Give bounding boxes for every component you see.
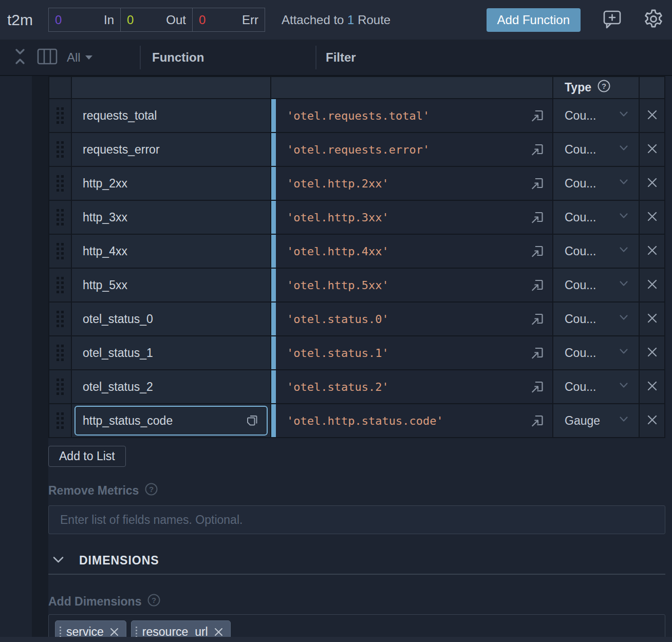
- metric-name-cell[interactable]: otel_status_2: [72, 370, 271, 404]
- metric-type-dropdown[interactable]: Cou...: [553, 133, 640, 167]
- add-to-list-button[interactable]: Add to List: [48, 446, 126, 467]
- metric-name-value[interactable]: http_2xx: [83, 177, 127, 191]
- columns-toggle-button[interactable]: [36, 47, 58, 68]
- metric-value-expression[interactable]: 'otel.http.2xx': [287, 177, 529, 190]
- drag-handle[interactable]: [48, 370, 72, 404]
- add-comment-button[interactable]: [600, 7, 624, 32]
- copy-icon[interactable]: [245, 413, 259, 428]
- add-function-button[interactable]: Add Function: [487, 8, 581, 32]
- metric-type-dropdown[interactable]: Cou...: [553, 235, 640, 269]
- metric-name-value[interactable]: http_5xx: [83, 278, 127, 292]
- metric-name-cell[interactable]: requests_total: [72, 99, 271, 133]
- remove-metric-button[interactable]: [640, 336, 665, 370]
- close-icon: [646, 244, 659, 259]
- remove-tag-button[interactable]: [213, 627, 224, 637]
- metric-value-cell[interactable]: 'otel.requests.error': [271, 133, 553, 167]
- drag-handle[interactable]: [48, 201, 72, 235]
- remove-metric-button[interactable]: [640, 370, 665, 404]
- dimensions-section-header[interactable]: DIMENSIONS: [48, 553, 665, 569]
- expand-editor-icon[interactable]: [529, 243, 546, 259]
- metric-value-cell[interactable]: 'otel.http.2xx': [271, 167, 553, 201]
- expand-editor-icon[interactable]: [529, 311, 546, 327]
- settings-button[interactable]: [642, 8, 665, 32]
- metric-name-value[interactable]: http_4xx: [83, 244, 127, 258]
- metric-value-cell[interactable]: 'otel.status.0': [271, 303, 553, 336]
- metric-name-cell[interactable]: http_3xx: [72, 201, 271, 235]
- metric-name-cell[interactable]: requests_error: [72, 133, 271, 167]
- metric-value-cell[interactable]: 'otel.status.2': [271, 370, 553, 404]
- metric-name-value[interactable]: requests_total: [83, 109, 157, 123]
- metric-value-cell[interactable]: 'otel.http.5xx': [271, 269, 553, 303]
- expand-editor-icon[interactable]: [529, 277, 546, 293]
- metric-value-cell[interactable]: 'otel.status.1': [271, 336, 553, 370]
- metric-type-dropdown[interactable]: Cou...: [553, 269, 640, 303]
- drag-handle[interactable]: [48, 404, 72, 438]
- metric-value-cell[interactable]: 'otel.http.status.code': [271, 404, 553, 438]
- expand-editor-icon[interactable]: [529, 209, 546, 225]
- group-filter-dropdown[interactable]: All: [67, 50, 92, 65]
- metric-type-dropdown[interactable]: Cou...: [553, 303, 640, 336]
- metric-name-value[interactable]: otel_status_2: [83, 380, 153, 394]
- metric-value-expression[interactable]: 'otel.http.4xx': [287, 245, 529, 258]
- remove-tag-button[interactable]: [109, 627, 120, 637]
- expand-editor-icon[interactable]: [529, 107, 546, 124]
- metric-value-cell[interactable]: 'otel.http.4xx': [271, 235, 553, 269]
- remove-metrics-input[interactable]: [48, 505, 665, 534]
- metric-value-expression[interactable]: 'otel.http.status.code': [287, 414, 529, 427]
- metric-name-value[interactable]: otel_status_0: [83, 312, 153, 326]
- remove-metric-button[interactable]: [640, 404, 665, 438]
- help-icon[interactable]: ?: [597, 79, 611, 96]
- remove-metric-button[interactable]: [640, 303, 665, 336]
- expand-editor-icon[interactable]: [529, 141, 546, 158]
- metric-value-expression[interactable]: 'otel.requests.error': [287, 143, 529, 156]
- metric-name-value[interactable]: http_3xx: [83, 211, 127, 224]
- metric-type-dropdown[interactable]: Gauge: [553, 404, 640, 438]
- metric-row: http_5xx 'otel.http.5xx': [48, 269, 665, 303]
- metric-name-value[interactable]: http_status_code: [83, 414, 173, 428]
- help-icon[interactable]: ?: [144, 482, 158, 499]
- metric-type-dropdown[interactable]: Cou...: [553, 201, 640, 235]
- expand-editor-icon[interactable]: [529, 412, 546, 429]
- metric-name-value[interactable]: otel_status_1: [83, 346, 153, 360]
- metric-value-expression[interactable]: 'otel.status.2': [287, 381, 529, 393]
- metric-name-cell[interactable]: http_4xx: [72, 235, 271, 269]
- metric-value-cell[interactable]: 'otel.requests.total': [271, 99, 553, 133]
- expand-editor-icon[interactable]: [529, 345, 546, 361]
- metric-value-expression[interactable]: 'otel.http.5xx': [287, 279, 529, 292]
- metric-name-cell[interactable]: http_5xx: [72, 269, 271, 303]
- drag-handle[interactable]: [48, 99, 72, 133]
- drag-handle[interactable]: [48, 269, 72, 303]
- drag-handle[interactable]: [48, 167, 72, 201]
- drag-handle[interactable]: [48, 336, 72, 370]
- group-filter-value: All: [67, 50, 81, 65]
- metric-value-expression[interactable]: 'otel.status.0': [287, 313, 529, 326]
- remove-metric-button[interactable]: [640, 269, 665, 303]
- metric-name-cell[interactable]: http_status_code: [72, 404, 271, 438]
- remove-metric-button[interactable]: [640, 99, 665, 133]
- help-icon[interactable]: ?: [147, 593, 161, 610]
- drag-handle[interactable]: [48, 235, 72, 269]
- remove-metric-button[interactable]: [640, 133, 665, 167]
- metric-name-cell[interactable]: http_2xx: [72, 167, 271, 201]
- value-accent-bar: [271, 133, 276, 166]
- remove-metric-button[interactable]: [640, 235, 665, 269]
- expand-editor-icon[interactable]: [529, 175, 546, 192]
- metric-name-cell[interactable]: otel_status_1: [72, 336, 271, 370]
- metric-value-expression[interactable]: 'otel.http.3xx': [287, 211, 529, 224]
- metric-name-cell[interactable]: otel_status_0: [72, 303, 271, 336]
- drag-handle[interactable]: [48, 303, 72, 336]
- remove-metric-button[interactable]: [640, 167, 665, 201]
- metric-type-value: Cou...: [565, 109, 596, 123]
- metric-value-expression[interactable]: 'otel.status.1': [287, 347, 529, 360]
- metric-type-dropdown[interactable]: Cou...: [553, 99, 640, 133]
- metric-value-expression[interactable]: 'otel.requests.total': [287, 109, 529, 122]
- collapse-all-button[interactable]: [12, 47, 28, 68]
- metric-type-dropdown[interactable]: Cou...: [553, 336, 640, 370]
- metric-value-cell[interactable]: 'otel.http.3xx': [271, 201, 553, 235]
- metric-type-dropdown[interactable]: Cou...: [553, 370, 640, 404]
- metric-name-value[interactable]: requests_error: [83, 143, 160, 157]
- expand-editor-icon[interactable]: [529, 379, 546, 395]
- drag-handle[interactable]: [48, 133, 72, 167]
- remove-metric-button[interactable]: [640, 201, 665, 235]
- metric-type-dropdown[interactable]: Cou...: [553, 167, 640, 201]
